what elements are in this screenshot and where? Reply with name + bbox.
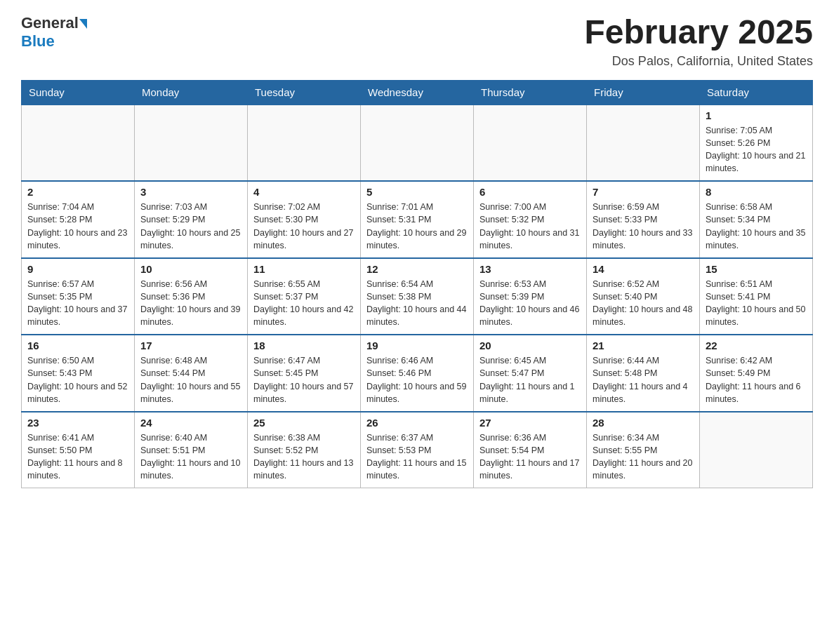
calendar-cell: 3Sunrise: 7:03 AM Sunset: 5:29 PM Daylig… — [135, 181, 248, 258]
calendar-cell: 28Sunrise: 6:34 AM Sunset: 5:55 PM Dayli… — [587, 412, 700, 488]
day-number: 16 — [27, 340, 128, 351]
calendar-cell — [135, 105, 248, 182]
calendar-cell: 2Sunrise: 7:04 AM Sunset: 5:28 PM Daylig… — [22, 181, 135, 258]
page-header: General Blue February 2025 Dos Palos, Ca… — [21, 14, 813, 69]
day-info: Sunrise: 6:47 AM Sunset: 5:45 PM Dayligh… — [253, 354, 355, 405]
day-number: 1 — [706, 109, 807, 121]
calendar-cell: 9Sunrise: 6:57 AM Sunset: 5:35 PM Daylig… — [22, 258, 135, 335]
weekday-header: Wednesday — [361, 80, 474, 105]
day-number: 2 — [27, 186, 128, 198]
calendar-cell: 5Sunrise: 7:01 AM Sunset: 5:31 PM Daylig… — [361, 181, 474, 258]
day-number: 8 — [706, 186, 807, 198]
day-info: Sunrise: 6:52 AM Sunset: 5:40 PM Dayligh… — [593, 278, 694, 329]
logo-triangle-icon — [79, 19, 87, 29]
calendar-week-row: 9Sunrise: 6:57 AM Sunset: 5:35 PM Daylig… — [22, 258, 813, 335]
calendar-cell: 12Sunrise: 6:54 AM Sunset: 5:38 PM Dayli… — [361, 258, 474, 335]
calendar-week-row: 2Sunrise: 7:04 AM Sunset: 5:28 PM Daylig… — [22, 181, 813, 258]
day-info: Sunrise: 7:00 AM Sunset: 5:32 PM Dayligh… — [479, 201, 581, 252]
logo-general-text: General — [21, 14, 79, 32]
day-info: Sunrise: 6:37 AM Sunset: 5:53 PM Dayligh… — [366, 431, 468, 483]
day-info: Sunrise: 7:05 AM Sunset: 5:26 PM Dayligh… — [706, 124, 807, 175]
day-number: 23 — [27, 417, 128, 429]
weekday-header: Thursday — [474, 80, 587, 105]
weekday-header: Monday — [135, 80, 248, 105]
calendar-cell: 19Sunrise: 6:46 AM Sunset: 5:46 PM Dayli… — [361, 335, 474, 412]
day-info: Sunrise: 6:48 AM Sunset: 5:44 PM Dayligh… — [140, 354, 241, 405]
day-number: 27 — [479, 417, 581, 429]
calendar-cell: 6Sunrise: 7:00 AM Sunset: 5:32 PM Daylig… — [474, 181, 587, 258]
day-info: Sunrise: 6:57 AM Sunset: 5:35 PM Dayligh… — [27, 278, 128, 329]
day-info: Sunrise: 6:42 AM Sunset: 5:49 PM Dayligh… — [706, 354, 807, 405]
calendar-cell: 11Sunrise: 6:55 AM Sunset: 5:37 PM Dayli… — [248, 258, 361, 335]
day-number: 20 — [479, 340, 581, 351]
title-block: February 2025 Dos Palos, California, Uni… — [584, 14, 813, 69]
day-info: Sunrise: 6:58 AM Sunset: 5:34 PM Dayligh… — [706, 201, 807, 252]
day-info: Sunrise: 6:34 AM Sunset: 5:55 PM Dayligh… — [593, 431, 694, 483]
day-number: 7 — [593, 186, 694, 198]
calendar-cell: 20Sunrise: 6:45 AM Sunset: 5:47 PM Dayli… — [474, 335, 587, 412]
calendar-cell: 26Sunrise: 6:37 AM Sunset: 5:53 PM Dayli… — [361, 412, 474, 488]
day-info: Sunrise: 6:38 AM Sunset: 5:52 PM Dayligh… — [253, 431, 355, 483]
day-number: 15 — [706, 263, 807, 275]
weekday-header: Friday — [587, 80, 700, 105]
day-info: Sunrise: 6:44 AM Sunset: 5:48 PM Dayligh… — [593, 354, 694, 405]
logo: General Blue — [21, 14, 87, 51]
calendar-cell: 21Sunrise: 6:44 AM Sunset: 5:48 PM Dayli… — [587, 335, 700, 412]
calendar-table: SundayMondayTuesdayWednesdayThursdayFrid… — [21, 80, 813, 489]
day-number: 28 — [593, 417, 694, 429]
day-info: Sunrise: 6:55 AM Sunset: 5:37 PM Dayligh… — [253, 278, 355, 329]
calendar-cell — [474, 105, 587, 182]
calendar-cell — [22, 105, 135, 182]
calendar-cell — [700, 412, 813, 488]
calendar-week-row: 1Sunrise: 7:05 AM Sunset: 5:26 PM Daylig… — [22, 105, 813, 182]
day-number: 25 — [253, 417, 355, 429]
day-number: 3 — [140, 186, 241, 198]
day-info: Sunrise: 6:40 AM Sunset: 5:51 PM Dayligh… — [140, 431, 241, 483]
calendar-cell: 25Sunrise: 6:38 AM Sunset: 5:52 PM Dayli… — [248, 412, 361, 488]
calendar-cell: 14Sunrise: 6:52 AM Sunset: 5:40 PM Dayli… — [587, 258, 700, 335]
day-number: 17 — [140, 340, 241, 351]
day-info: Sunrise: 6:41 AM Sunset: 5:50 PM Dayligh… — [27, 431, 128, 483]
calendar-cell — [361, 105, 474, 182]
logo-blue-text: Blue — [21, 32, 55, 50]
day-number: 4 — [253, 186, 355, 198]
month-title: February 2025 — [584, 14, 813, 51]
day-number: 12 — [366, 263, 468, 275]
calendar-week-row: 16Sunrise: 6:50 AM Sunset: 5:43 PM Dayli… — [22, 335, 813, 412]
day-info: Sunrise: 7:03 AM Sunset: 5:29 PM Dayligh… — [140, 201, 241, 252]
day-info: Sunrise: 6:45 AM Sunset: 5:47 PM Dayligh… — [479, 354, 581, 405]
calendar-cell: 15Sunrise: 6:51 AM Sunset: 5:41 PM Dayli… — [700, 258, 813, 335]
day-info: Sunrise: 6:56 AM Sunset: 5:36 PM Dayligh… — [140, 278, 241, 329]
calendar-cell: 18Sunrise: 6:47 AM Sunset: 5:45 PM Dayli… — [248, 335, 361, 412]
day-info: Sunrise: 6:46 AM Sunset: 5:46 PM Dayligh… — [366, 354, 468, 405]
day-info: Sunrise: 6:54 AM Sunset: 5:38 PM Dayligh… — [366, 278, 468, 329]
day-number: 22 — [706, 340, 807, 351]
day-info: Sunrise: 6:59 AM Sunset: 5:33 PM Dayligh… — [593, 201, 694, 252]
day-number: 10 — [140, 263, 241, 275]
calendar-cell: 4Sunrise: 7:02 AM Sunset: 5:30 PM Daylig… — [248, 181, 361, 258]
calendar-cell — [248, 105, 361, 182]
day-info: Sunrise: 7:01 AM Sunset: 5:31 PM Dayligh… — [366, 201, 468, 252]
location-text: Dos Palos, California, United States — [584, 54, 813, 69]
day-number: 18 — [253, 340, 355, 351]
day-number: 19 — [366, 340, 468, 351]
calendar-cell: 1Sunrise: 7:05 AM Sunset: 5:26 PM Daylig… — [700, 105, 813, 182]
calendar-cell: 24Sunrise: 6:40 AM Sunset: 5:51 PM Dayli… — [135, 412, 248, 488]
day-info: Sunrise: 7:04 AM Sunset: 5:28 PM Dayligh… — [27, 201, 128, 252]
day-number: 26 — [366, 417, 468, 429]
weekday-header: Tuesday — [248, 80, 361, 105]
calendar-cell: 22Sunrise: 6:42 AM Sunset: 5:49 PM Dayli… — [700, 335, 813, 412]
calendar-week-row: 23Sunrise: 6:41 AM Sunset: 5:50 PM Dayli… — [22, 412, 813, 488]
day-number: 11 — [253, 263, 355, 275]
calendar-header-row: SundayMondayTuesdayWednesdayThursdayFrid… — [22, 80, 813, 105]
day-info: Sunrise: 6:53 AM Sunset: 5:39 PM Dayligh… — [479, 278, 581, 329]
calendar-cell: 17Sunrise: 6:48 AM Sunset: 5:44 PM Dayli… — [135, 335, 248, 412]
calendar-cell: 8Sunrise: 6:58 AM Sunset: 5:34 PM Daylig… — [700, 181, 813, 258]
calendar-cell: 7Sunrise: 6:59 AM Sunset: 5:33 PM Daylig… — [587, 181, 700, 258]
day-number: 9 — [27, 263, 128, 275]
day-number: 24 — [140, 417, 241, 429]
day-info: Sunrise: 7:02 AM Sunset: 5:30 PM Dayligh… — [253, 201, 355, 252]
day-number: 13 — [479, 263, 581, 275]
calendar-cell: 27Sunrise: 6:36 AM Sunset: 5:54 PM Dayli… — [474, 412, 587, 488]
day-number: 6 — [479, 186, 581, 198]
